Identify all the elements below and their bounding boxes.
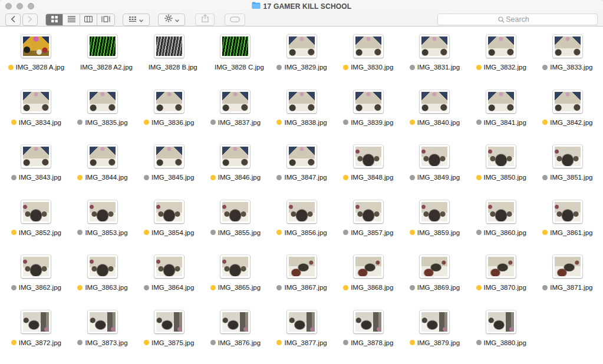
file-item[interactable]: IMG_3876.jpg: [202, 308, 269, 363]
file-item[interactable]: IMG_3836.jpg: [136, 88, 202, 143]
file-thumbnail[interactable]: [21, 255, 51, 278]
file-item[interactable]: IMG_3838.jpg: [269, 88, 335, 143]
file-item[interactable]: IMG_3854.jpg: [136, 198, 202, 253]
file-thumbnail[interactable]: [154, 35, 184, 58]
file-thumbnail[interactable]: [154, 90, 184, 113]
view-coverflow-button[interactable]: [97, 14, 114, 25]
file-item[interactable]: IMG_3850.jpg: [468, 143, 535, 198]
file-item[interactable]: IMG_3879.jpg: [401, 308, 468, 363]
file-item[interactable]: IMG_3841.jpg: [468, 88, 535, 143]
file-thumbnail[interactable]: [354, 35, 383, 58]
file-item[interactable]: IMG_3864.jpg: [136, 253, 202, 308]
file-thumbnail[interactable]: [287, 90, 317, 113]
file-item[interactable]: IMG_3828 A.jpg: [3, 32, 70, 88]
file-thumbnail[interactable]: [21, 145, 51, 168]
file-item[interactable]: IMG_3852.jpg: [3, 198, 70, 253]
file-item[interactable]: IMG_3867.jpg: [269, 253, 335, 308]
file-thumbnail[interactable]: [88, 255, 117, 278]
file-thumbnail[interactable]: [486, 145, 516, 168]
file-thumbnail[interactable]: [88, 310, 117, 333]
file-thumbnail[interactable]: [21, 200, 51, 223]
file-thumbnail[interactable]: [220, 145, 250, 168]
file-item[interactable]: IMG_3878.jpg: [335, 308, 401, 363]
file-thumbnail[interactable]: [220, 310, 250, 333]
file-item[interactable]: IMG_3839.jpg: [335, 88, 401, 143]
file-item[interactable]: IMG_3865.jpg: [202, 253, 269, 308]
file-item[interactable]: IMG_3861.jpg: [535, 198, 601, 253]
file-thumbnail[interactable]: [420, 310, 449, 333]
file-item[interactable]: IMG_3846.jpg: [202, 143, 269, 198]
arrange-button[interactable]: [123, 14, 150, 26]
file-item[interactable]: IMG_3863.jpg: [70, 253, 136, 308]
file-item[interactable]: IMG_3844.jpg: [70, 143, 136, 198]
file-thumbnail[interactable]: [154, 310, 184, 333]
file-thumbnail[interactable]: [287, 255, 317, 278]
file-item[interactable]: IMG_3828 B.jpg: [136, 32, 202, 88]
file-item[interactable]: IMG_3869.jpg: [401, 253, 468, 308]
file-thumbnail[interactable]: [486, 255, 516, 278]
file-thumbnail[interactable]: [88, 145, 117, 168]
file-thumbnail[interactable]: [154, 145, 184, 168]
search-input[interactable]: [438, 14, 597, 25]
file-thumbnail[interactable]: [220, 90, 250, 113]
file-item[interactable]: IMG_3872.jpg: [3, 308, 70, 363]
file-thumbnail[interactable]: [354, 90, 383, 113]
file-item[interactable]: IMG_3855.jpg: [202, 198, 269, 253]
file-item[interactable]: IMG_3829.jpg: [269, 32, 335, 88]
file-thumbnail[interactable]: [21, 310, 51, 333]
file-thumbnail[interactable]: [420, 35, 449, 58]
file-item[interactable]: IMG_3859.jpg: [401, 198, 468, 253]
file-thumbnail[interactable]: [354, 145, 383, 168]
back-button[interactable]: [5, 14, 21, 26]
file-thumbnail[interactable]: [553, 255, 582, 278]
file-thumbnail[interactable]: [354, 310, 383, 333]
file-thumbnail[interactable]: [287, 200, 317, 223]
file-item[interactable]: IMG_3847.jpg: [269, 143, 335, 198]
view-icon-button[interactable]: [46, 14, 63, 25]
file-thumbnail[interactable]: [220, 255, 250, 278]
file-thumbnail[interactable]: [420, 255, 449, 278]
file-item[interactable]: IMG_3828 A2.jpg: [70, 32, 136, 88]
file-thumbnail[interactable]: [354, 255, 383, 278]
file-thumbnail[interactable]: [553, 35, 582, 58]
file-item[interactable]: IMG_3831.jpg: [401, 32, 468, 88]
file-thumbnail[interactable]: [486, 310, 516, 333]
file-thumbnail[interactable]: [420, 200, 449, 223]
file-thumbnail[interactable]: [287, 145, 317, 168]
file-thumbnail[interactable]: [553, 200, 582, 223]
file-thumbnail[interactable]: [21, 90, 51, 113]
file-item[interactable]: IMG_3856.jpg: [269, 198, 335, 253]
view-columns-button[interactable]: [80, 14, 97, 25]
action-button[interactable]: [158, 14, 185, 26]
file-item[interactable]: IMG_3849.jpg: [401, 143, 468, 198]
file-item[interactable]: IMG_3828 C.jpg: [202, 32, 269, 88]
share-button[interactable]: [195, 14, 215, 26]
file-thumbnail[interactable]: [420, 90, 449, 113]
file-item[interactable]: IMG_3862.jpg: [3, 253, 70, 308]
file-thumbnail[interactable]: [486, 200, 516, 223]
file-item[interactable]: IMG_3834.jpg: [3, 88, 70, 143]
file-item[interactable]: IMG_3840.jpg: [401, 88, 468, 143]
file-item[interactable]: IMG_3853.jpg: [70, 198, 136, 253]
file-item[interactable]: IMG_3830.jpg: [335, 32, 401, 88]
file-thumbnail[interactable]: [420, 145, 449, 168]
file-item[interactable]: IMG_3851.jpg: [535, 143, 601, 198]
tag-button[interactable]: [225, 14, 245, 26]
file-thumbnail[interactable]: [154, 255, 184, 278]
file-item[interactable]: IMG_3875.jpg: [136, 308, 202, 363]
file-thumbnail[interactable]: [88, 90, 117, 113]
file-item[interactable]: IMG_3842.jpg: [535, 88, 601, 143]
file-item[interactable]: IMG_3860.jpg: [468, 198, 535, 253]
file-item[interactable]: IMG_3880.jpg: [468, 308, 535, 363]
file-item[interactable]: IMG_3857.jpg: [335, 198, 401, 253]
file-thumbnail[interactable]: [88, 35, 117, 58]
file-thumbnail[interactable]: [287, 35, 317, 58]
file-thumbnail[interactable]: [354, 200, 383, 223]
file-thumbnail[interactable]: [553, 145, 582, 168]
file-item[interactable]: IMG_3848.jpg: [335, 143, 401, 198]
file-item[interactable]: IMG_3868.jpg: [335, 253, 401, 308]
file-item[interactable]: IMG_3877.jpg: [269, 308, 335, 363]
file-item[interactable]: IMG_3843.jpg: [3, 143, 70, 198]
file-thumbnail[interactable]: [486, 90, 516, 113]
file-item[interactable]: IMG_3873.jpg: [70, 308, 136, 363]
